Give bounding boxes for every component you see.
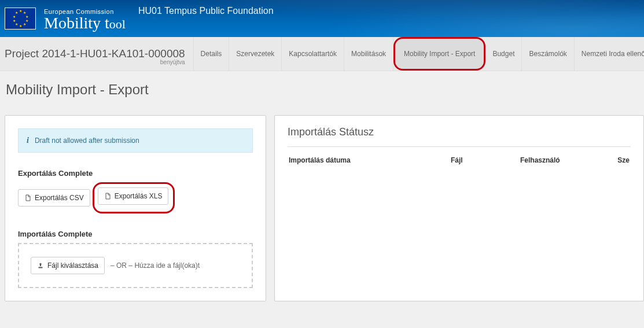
upload-icon (37, 262, 44, 269)
export-csv-button[interactable]: Exportálás CSV (18, 189, 90, 207)
tab-kapcsolattartok[interactable]: Kapcsolattartók (282, 37, 344, 71)
import-status-title: Importálás Státusz (288, 126, 631, 147)
tab-budget[interactable]: Budget (485, 37, 522, 71)
col-file: Fájl (451, 156, 497, 164)
eu-flag-logo: ★ ★ ★ ★ ★ ★ ★ ★ ★ ★ (5, 8, 36, 30)
page-title: Mobility Import - Export (0, 71, 644, 115)
file-dropzone[interactable]: Fájl kiválasztása – OR – Húzza ide a fáj… (18, 243, 253, 288)
dropzone-text: – OR – Húzza ide a fájl(oka)t (111, 261, 200, 270)
brand-name: Mobility tool (44, 15, 126, 31)
export-csv-label: Exportálás CSV (35, 194, 84, 202)
tabs: Details Szervezetek Kapcsolattartók Mobi… (194, 37, 644, 71)
export-xls-highlight: Exportálás XLS (93, 182, 175, 213)
file-icon (24, 194, 31, 201)
file-icon (104, 193, 111, 200)
export-xls-button[interactable]: Exportálás XLS (98, 187, 169, 205)
import-section-label: Importálás Complete (18, 230, 253, 238)
col-system: Sze (612, 156, 630, 164)
foundation-label: HU01 Tempus Public Foundation (138, 6, 274, 16)
info-icon: i (27, 136, 29, 145)
tab-mobility-import-export[interactable]: Mobility Import - Export (393, 37, 485, 71)
info-alert: i Draft not allowed after submission (18, 128, 253, 153)
import-status-table-head: Importálás dátuma Fájl Felhasználó Sze (288, 147, 631, 182)
tab-szervezetek[interactable]: Szervezetek (229, 37, 282, 71)
choose-file-label: Fájl kiválasztása (47, 261, 98, 270)
export-section-label: Exportálás Complete (18, 169, 253, 178)
tab-details[interactable]: Details (194, 37, 230, 71)
top-header: ★ ★ ★ ★ ★ ★ ★ ★ ★ ★ European Commission … (0, 0, 644, 37)
export-import-panel: i Draft not allowed after submission Exp… (5, 115, 266, 301)
export-xls-label: Exportálás XLS (115, 192, 163, 200)
import-status-panel: Importálás Státusz Importálás dátuma Fáj… (274, 115, 644, 301)
choose-file-button[interactable]: Fájl kiválasztása (31, 257, 105, 274)
tab-mobilitasok[interactable]: Mobilitások (344, 37, 393, 71)
project-tab-bar: Project 2014-1-HU01-KA101-000008 benyújt… (0, 37, 644, 71)
col-import-date: Importálás dátuma (289, 156, 428, 164)
tab-nemzeti-iroda[interactable]: Nemzeti Iroda ellenőrzése (575, 37, 644, 71)
tab-beszamolok[interactable]: Beszámolók (522, 37, 574, 71)
project-id-block: Project 2014-1-HU01-KA101-000008 benyújt… (0, 37, 194, 71)
project-id: Project 2014-1-HU01-KA101-000008 (5, 47, 185, 60)
col-user: Felhasználó (520, 156, 589, 164)
info-alert-text: Draft not allowed after submission (35, 137, 139, 145)
